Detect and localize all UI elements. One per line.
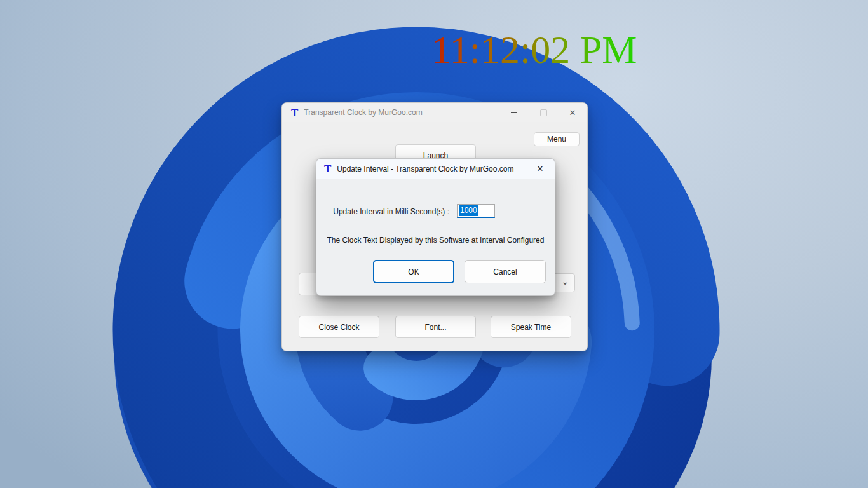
dialog-close-button[interactable]: ✕ <box>526 159 555 178</box>
update-interval-dialog: T Update Interval - Transparent Clock by… <box>316 158 555 296</box>
minimize-button[interactable] <box>499 103 529 122</box>
desktop-clock-text: 11:12:02 PM <box>431 29 637 71</box>
app-icon: T <box>324 163 331 174</box>
font-button[interactable]: Font... <box>395 316 476 338</box>
menu-button[interactable]: Menu <box>534 132 580 146</box>
close-button[interactable]: ✕ <box>558 103 587 122</box>
ok-button[interactable]: OK <box>373 260 454 283</box>
interval-input-selected-text: 1000 <box>459 205 478 215</box>
close-icon: ✕ <box>537 165 544 173</box>
dialog-info-text: The Clock Text Displayed by this Softwar… <box>316 236 555 245</box>
chevron-down-icon: ⌄ <box>561 276 569 287</box>
dialog-title: Update Interval - Transparent Clock by M… <box>337 165 513 173</box>
close-icon: ✕ <box>569 109 576 117</box>
interval-input[interactable]: 1000 <box>457 204 495 218</box>
main-caption-buttons: ✕ <box>499 103 587 122</box>
dialog-caption-buttons: ✕ <box>526 159 555 178</box>
maximize-button <box>529 103 558 122</box>
maximize-icon <box>540 109 547 116</box>
main-window-title: Transparent Clock by MurGoo.com <box>304 108 422 117</box>
minimize-icon <box>511 112 517 113</box>
dialog-titlebar[interactable]: T Update Interval - Transparent Clock by… <box>316 159 555 179</box>
main-window-titlebar[interactable]: T Transparent Clock by MurGoo.com ✕ <box>282 103 587 122</box>
app-icon: T <box>291 107 298 118</box>
interval-label: Update Interval in Milli Second(s) : <box>333 207 449 216</box>
cancel-button[interactable]: Cancel <box>465 260 546 283</box>
close-clock-button[interactable]: Close Clock <box>299 316 379 338</box>
speak-time-button[interactable]: Speak Time <box>491 316 571 338</box>
